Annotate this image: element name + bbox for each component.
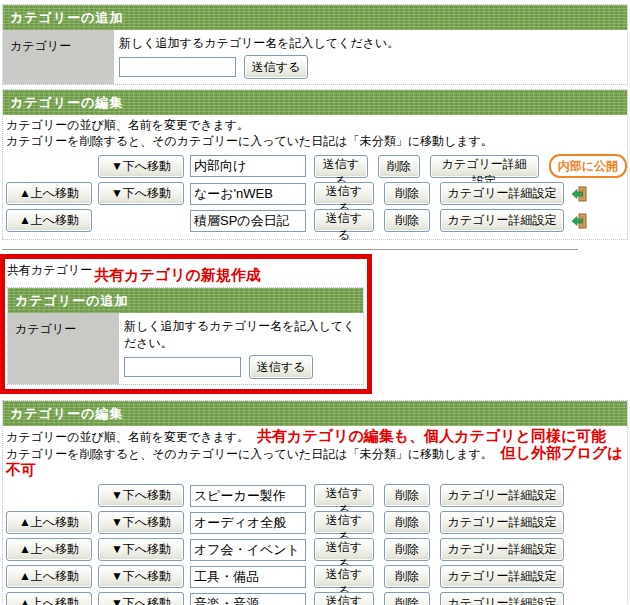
section-divider [2,249,578,250]
move-down-button[interactable]: ▼下へ移動 [98,565,184,588]
category-row: ▲上へ移動 ▼下へ移動 送信する 削除 カテゴリー詳細設定 [6,511,627,534]
category-name-input[interactable] [190,485,306,507]
move-up-button[interactable]: ▲上へ移動 [6,592,92,605]
move-down-button[interactable]: ▼下へ移動 [98,538,184,561]
delete-button[interactable]: 削除 [384,565,430,588]
category-row: ▲上へ移動 ▼下へ移動 送信する 削除 カテゴリー詳細設定 [6,565,627,588]
add-category-instruction: 新しく追加するカテゴリー名を記入してください。 [119,33,399,55]
category-detail-button[interactable]: カテゴリー詳細設定 [440,592,564,605]
category-name-input[interactable] [190,155,306,177]
submit-button[interactable]: 送信する [314,592,374,605]
delete-button[interactable]: 削除 [378,155,420,178]
category-detail-button[interactable]: カテゴリー詳細設定 [440,511,564,534]
category-detail-button[interactable]: カテゴリー詳細設定 [440,209,564,232]
move-up-button[interactable]: ▲上へ移動 [6,538,92,561]
category-row: ▼下へ移動 送信する 削除 カテゴリー詳細設定 内部に公開 [6,154,627,178]
category-name-input[interactable] [190,512,306,534]
door-enter-icon[interactable] [570,185,588,203]
edit-category-section: カテゴリーの編集 カテゴリーの並び順、名前を変更できます。 カテゴリーを削除する… [2,89,628,240]
new-category-input[interactable] [119,57,236,77]
delete-button[interactable]: 削除 [384,182,430,205]
submit-button[interactable]: 送信する [314,155,368,178]
category-name-input[interactable] [190,210,306,232]
edit-desc-line1: カテゴリーの並び順、名前を変更できます。共有カテゴリの編集も、個人カテゴリと同様… [6,428,624,445]
delete-button[interactable]: 削除 [384,538,430,561]
category-detail-button[interactable]: カテゴリー詳細設定 [440,484,564,507]
category-detail-button[interactable]: カテゴリー詳細設定 [440,182,564,205]
delete-button[interactable]: 削除 [384,209,430,232]
delete-button[interactable]: 削除 [384,592,430,605]
shared-edit-annotation: 共有カテゴリの編集も、個人カテゴリと同様に可能 [257,427,606,444]
category-detail-button[interactable]: カテゴリー詳細設定 [430,155,539,178]
add-category-header: カテゴリーの追加 [3,5,627,30]
edit-desc-line2: カテゴリーを削除すると、そのカテゴリーに入っていた日記は「未分類」に移動します。 [6,133,624,149]
shared-new-annotation: 共有カテゴリの新規作成 [94,266,261,285]
category-field-label: カテゴリー [3,30,114,84]
edit-desc-line2: カテゴリーを削除すると、そのカテゴリーに入っていた日記は「未分類」に移動します。… [6,445,624,479]
category-row: ▼下へ移動 送信する 削除 カテゴリー詳細設定 [6,484,627,507]
add-category-section: カテゴリーの追加 カテゴリー 新しく追加するカテゴリー名を記入してください。 送… [2,4,628,85]
submit-button[interactable]: 送信する [314,565,374,588]
category-row: ▲上へ移動 ▼下へ移動 送信する 削除 カテゴリー詳細設定 [6,538,627,561]
move-down-button[interactable]: ▼下へ移動 [98,592,184,605]
submit-button[interactable]: 送信する [314,511,374,534]
category-row: ▲上へ移動 ▼下へ移動 送信する 削除 カテゴリー詳細設定 [6,182,627,205]
submit-button[interactable]: 送信する [249,355,313,379]
edit-category-header: カテゴリーの編集 [3,90,627,115]
category-detail-button[interactable]: カテゴリー詳細設定 [440,565,564,588]
add-category-instruction: 新しく追加するカテゴリー名を記入してください。 [124,316,363,355]
category-row: ▲上へ移動 ▼下へ移動 送信する 削除 カテゴリー詳細設定 [6,592,627,605]
shared-category-label: 共有カテゴリー [7,260,92,279]
category-detail-button[interactable]: カテゴリー詳細設定 [440,538,564,561]
category-name-input[interactable] [190,539,306,561]
category-name-input[interactable] [190,183,306,205]
shared-category-highlight-box: 共有カテゴリー 共有カテゴリの新規作成 カテゴリーの追加 カテゴリー 新しく追加… [0,254,372,394]
move-up-button[interactable]: ▲上へ移動 [6,565,92,588]
edit-category-header: カテゴリーの編集 [3,401,627,426]
internal-publish-badge: 内部に公開 [549,154,627,178]
move-down-button[interactable]: ▼下へ移動 [98,484,184,507]
submit-button[interactable]: 送信する [314,484,374,507]
edit-description: カテゴリーの並び順、名前を変更できます。共有カテゴリの編集も、個人カテゴリと同様… [3,426,627,480]
category-row: ▲上へ移動 送信する 削除 カテゴリー詳細設定 [6,209,627,232]
submit-button[interactable]: 送信する [314,538,374,561]
submit-button[interactable]: 送信する [314,182,374,205]
edit-shared-category-section: カテゴリーの編集 カテゴリーの並び順、名前を変更できます。共有カテゴリの編集も、… [2,400,628,605]
delete-button[interactable]: 削除 [384,484,430,507]
category-name-input[interactable] [190,593,306,605]
category-name-input[interactable] [190,566,306,588]
edit-desc-line1: カテゴリーの並び順、名前を変更できます。 [6,117,624,133]
move-up-button[interactable]: ▲上へ移動 [6,511,92,534]
edit-description: カテゴリーの並び順、名前を変更できます。 カテゴリーを削除すると、そのカテゴリー… [3,115,627,150]
category-field-label: カテゴリー [8,313,119,384]
move-up-button[interactable]: ▲上へ移動 [6,182,92,205]
submit-button[interactable]: 送信する [314,209,374,232]
move-down-button[interactable]: ▼下へ移動 [98,155,184,178]
add-category-header: カテゴリーの追加 [8,288,363,313]
submit-button[interactable]: 送信する [244,55,308,79]
move-up-button[interactable]: ▲上へ移動 [6,209,92,232]
delete-button[interactable]: 削除 [384,511,430,534]
add-shared-category-section: カテゴリーの追加 カテゴリー 新しく追加するカテゴリー名を記入してください。 送… [7,287,364,385]
door-enter-icon[interactable] [570,212,588,230]
move-down-button[interactable]: ▼下へ移動 [98,511,184,534]
move-down-button[interactable]: ▼下へ移動 [98,182,184,205]
new-shared-category-input[interactable] [124,357,241,377]
